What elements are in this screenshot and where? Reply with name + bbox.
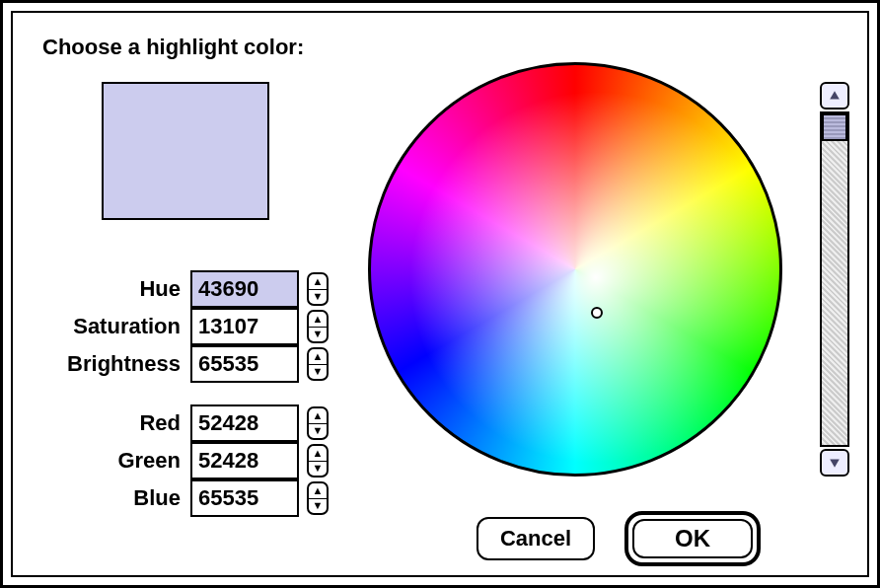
saturation-step-down[interactable]: ▼: [309, 328, 327, 342]
svg-marker-0: [830, 91, 840, 99]
red-stepper[interactable]: ▲ ▼: [307, 406, 329, 440]
dialog-buttons: Cancel OK: [477, 511, 761, 566]
brightness-stepper[interactable]: ▲ ▼: [307, 347, 329, 381]
red-label: Red: [13, 410, 190, 436]
svg-marker-1: [830, 459, 840, 467]
scroll-up-button[interactable]: [820, 82, 849, 110]
brightness-label: Brightness: [13, 351, 190, 377]
blue-input[interactable]: 65535: [190, 479, 299, 517]
green-stepper[interactable]: ▲ ▼: [307, 444, 329, 478]
hue-input[interactable]: 43690: [190, 270, 299, 308]
hue-step-up[interactable]: ▲: [309, 274, 327, 290]
saturation-label: Saturation: [13, 314, 190, 339]
brightness-input[interactable]: 65535: [190, 345, 299, 383]
green-step-down[interactable]: ▼: [309, 462, 327, 477]
hue-label: Hue: [13, 276, 190, 302]
color-picker-dialog: Choose a highlight color: Hue 43690 ▲ ▼ …: [11, 11, 869, 577]
saturation-input[interactable]: 13107: [190, 308, 299, 345]
red-step-down[interactable]: ▼: [309, 424, 327, 439]
cancel-button[interactable]: Cancel: [477, 517, 595, 560]
color-wheel[interactable]: [368, 62, 782, 477]
blue-label: Blue: [13, 485, 190, 511]
dialog-title: Choose a highlight color:: [42, 35, 304, 60]
red-input[interactable]: 52428: [190, 404, 299, 442]
color-wheel-indicator[interactable]: [591, 307, 603, 319]
scroll-down-button[interactable]: [820, 449, 849, 477]
arrow-up-icon: [829, 90, 841, 102]
ok-button[interactable]: OK: [632, 519, 753, 558]
green-label: Green: [13, 448, 190, 474]
green-input[interactable]: 52428: [190, 442, 299, 479]
brightness-scrollbar: [820, 82, 849, 477]
color-swatch: [102, 82, 269, 220]
rgb-group: Red 52428 ▲ ▼ Green 52428 ▲ ▼ Blue 65535: [13, 404, 348, 518]
scrollbar-track[interactable]: [820, 111, 849, 447]
ok-button-frame: OK: [624, 511, 761, 566]
blue-step-up[interactable]: ▲: [309, 483, 327, 499]
blue-step-down[interactable]: ▼: [309, 499, 327, 514]
scrollbar-thumb[interactable]: [822, 113, 847, 141]
arrow-down-icon: [829, 457, 841, 469]
green-step-up[interactable]: ▲: [309, 446, 327, 462]
blue-stepper[interactable]: ▲ ▼: [307, 481, 329, 515]
hue-stepper[interactable]: ▲ ▼: [307, 272, 329, 306]
saturation-stepper[interactable]: ▲ ▼: [307, 310, 329, 343]
fields-panel: Hue 43690 ▲ ▼ Saturation 13107 ▲ ▼ Brigh…: [13, 269, 348, 516]
saturation-step-up[interactable]: ▲: [309, 312, 327, 328]
hsb-group: Hue 43690 ▲ ▼ Saturation 13107 ▲ ▼ Brigh…: [13, 269, 348, 384]
hue-step-down[interactable]: ▼: [309, 290, 327, 305]
red-step-up[interactable]: ▲: [309, 408, 327, 424]
brightness-step-up[interactable]: ▲: [309, 349, 327, 365]
brightness-step-down[interactable]: ▼: [309, 365, 327, 380]
